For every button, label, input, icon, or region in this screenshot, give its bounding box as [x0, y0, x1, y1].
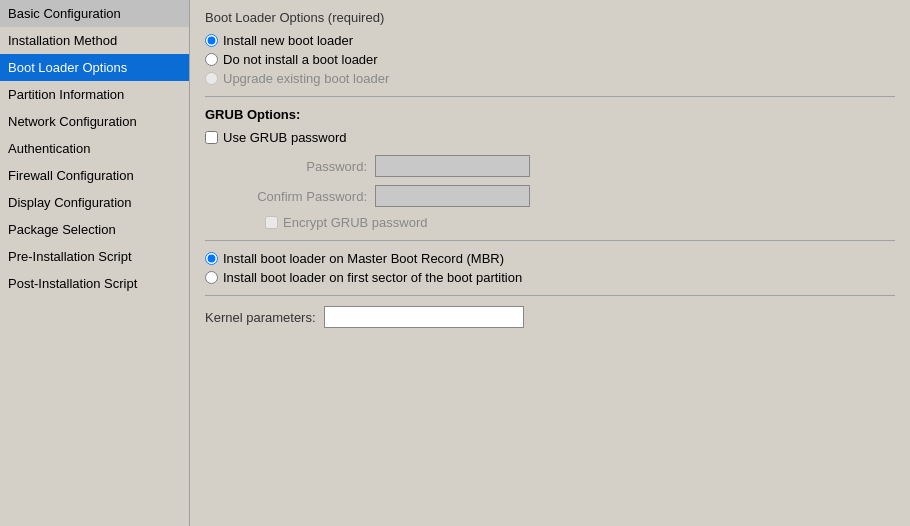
main-content: Boot Loader Options (required) Install n… — [190, 0, 910, 526]
confirm-password-input[interactable] — [375, 185, 530, 207]
mbr-radio[interactable] — [205, 252, 218, 265]
sidebar-item-boot-loader-options[interactable]: Boot Loader Options — [0, 54, 189, 81]
use-grub-password-label[interactable]: Use GRUB password — [205, 130, 895, 145]
kernel-params-row: Kernel parameters: — [205, 306, 895, 328]
encrypt-label: Encrypt GRUB password — [283, 215, 428, 230]
first-sector-radio[interactable] — [205, 271, 218, 284]
sidebar-item-package-selection[interactable]: Package Selection — [0, 216, 189, 243]
confirm-password-row: Confirm Password: — [225, 185, 895, 207]
sidebar-item-partition-information[interactable]: Partition Information — [0, 81, 189, 108]
kernel-params-label: Kernel parameters: — [205, 310, 316, 325]
sidebar: Basic ConfigurationInstallation MethodBo… — [0, 0, 190, 526]
sidebar-item-installation-method[interactable]: Installation Method — [0, 27, 189, 54]
password-label: Password: — [225, 159, 375, 174]
divider-1 — [205, 96, 895, 97]
boot-location-group: Install boot loader on Master Boot Recor… — [205, 251, 895, 285]
sidebar-item-pre-installation-script[interactable]: Pre-Installation Script — [0, 243, 189, 270]
grub-section-title: GRUB Options: — [205, 107, 895, 122]
sidebar-item-post-installation-script[interactable]: Post-Installation Script — [0, 270, 189, 297]
divider-3 — [205, 295, 895, 296]
password-input[interactable] — [375, 155, 530, 177]
do-not-install-label[interactable]: Do not install a boot loader — [205, 52, 895, 67]
install-new-radio[interactable] — [205, 34, 218, 47]
section-title: Boot Loader Options (required) — [205, 10, 895, 25]
use-grub-password-checkbox[interactable] — [205, 131, 218, 144]
divider-2 — [205, 240, 895, 241]
boot-loader-option-group: Install new boot loader Do not install a… — [205, 33, 895, 86]
password-row: Password: — [225, 155, 895, 177]
confirm-password-label: Confirm Password: — [225, 189, 375, 204]
kernel-params-input[interactable] — [324, 306, 524, 328]
encrypt-grub-checkbox — [265, 216, 278, 229]
upgrade-existing-radio — [205, 72, 218, 85]
encrypt-row: Encrypt GRUB password — [265, 215, 895, 230]
mbr-label[interactable]: Install boot loader on Master Boot Recor… — [205, 251, 895, 266]
install-new-label[interactable]: Install new boot loader — [205, 33, 895, 48]
upgrade-existing-label[interactable]: Upgrade existing boot loader — [205, 71, 895, 86]
sidebar-item-basic-configuration[interactable]: Basic Configuration — [0, 0, 189, 27]
sidebar-item-network-configuration[interactable]: Network Configuration — [0, 108, 189, 135]
do-not-install-radio[interactable] — [205, 53, 218, 66]
sidebar-item-authentication[interactable]: Authentication — [0, 135, 189, 162]
first-sector-label[interactable]: Install boot loader on first sector of t… — [205, 270, 895, 285]
sidebar-item-display-configuration[interactable]: Display Configuration — [0, 189, 189, 216]
sidebar-item-firewall-configuration[interactable]: Firewall Configuration — [0, 162, 189, 189]
